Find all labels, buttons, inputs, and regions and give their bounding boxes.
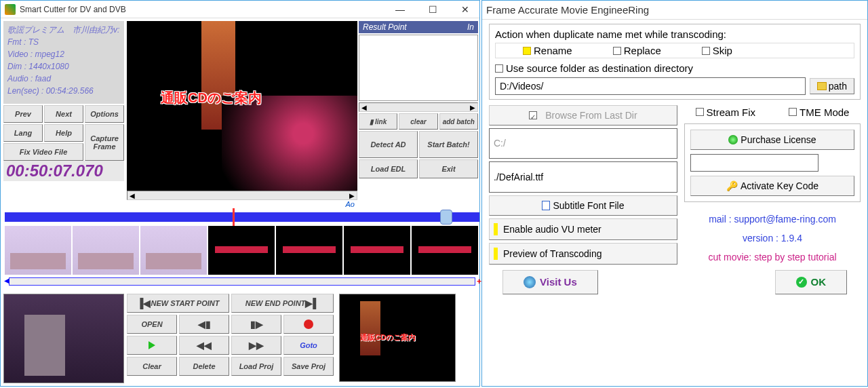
preview-small[interactable] (3, 294, 124, 383)
window-title-right: Frame Accurate Movie EngineeRing (486, 4, 863, 16)
step-back-button[interactable]: ◀▮ (179, 315, 229, 334)
license-key-input[interactable] (690, 154, 818, 172)
result-scrollbar[interactable]: ◀▶ (359, 102, 478, 112)
thumbnail[interactable] (344, 226, 410, 275)
dest-path-input[interactable] (495, 77, 806, 95)
visit-us-button[interactable]: Visit Us (502, 270, 598, 294)
lang-button[interactable]: Lang (3, 124, 43, 142)
thumbnail[interactable] (5, 226, 71, 275)
thumbnail-strip[interactable] (3, 225, 481, 276)
timeline-bar[interactable] (5, 212, 479, 222)
prev-button[interactable]: Prev (3, 105, 43, 123)
exit-button[interactable]: Exit (419, 159, 478, 178)
maximize-button[interactable]: ☐ (422, 4, 443, 15)
goto-button[interactable]: Goto (283, 336, 334, 355)
timeline-handle[interactable] (440, 210, 452, 225)
mail-link[interactable]: mail : support@fame-ring.com (684, 214, 861, 225)
options-button[interactable]: Options (85, 105, 124, 123)
clear2-button[interactable]: Clear (127, 357, 177, 376)
new-end-point-button[interactable]: NEW END POINT▶▌ (231, 294, 334, 313)
help-button[interactable]: Help (44, 124, 83, 142)
globe-icon (524, 276, 536, 288)
action-label: Action when duplicate name met while tra… (495, 28, 854, 40)
preview-scrollbar[interactable]: ◀▶ (127, 191, 357, 200)
load-proj-button[interactable]: Load Proj (231, 357, 281, 376)
version-label: version : 1.9.4 (684, 233, 861, 244)
preview-transcoding-button[interactable]: Preview of Transcoding (489, 243, 677, 265)
thumbnail[interactable] (73, 226, 139, 275)
forward-button[interactable]: ▶▶ (231, 336, 281, 355)
skip-radio[interactable]: Skip (702, 45, 732, 56)
detect-ad-button[interactable]: Detect AD (359, 131, 418, 158)
font-path-input[interactable] (489, 161, 677, 193)
tme-mode-checkbox[interactable]: TME Mode (789, 106, 849, 118)
result-header: Result PointIn (359, 21, 478, 33)
step-fwd-button[interactable]: ▮▶ (231, 315, 281, 334)
c-path-input[interactable] (489, 128, 677, 159)
play-button[interactable] (127, 336, 177, 355)
app-logo (5, 4, 16, 15)
record-button[interactable] (283, 315, 334, 334)
next-button[interactable]: Next (44, 105, 83, 123)
save-proj-button[interactable]: Save Proj (283, 357, 334, 376)
rename-radio[interactable]: Rename (523, 45, 572, 56)
ok-button[interactable]: ✓OK (775, 270, 848, 294)
ao-label: Ao (127, 200, 357, 208)
result-preview[interactable]: 通販CDのご案内 (339, 294, 456, 382)
replace-radio[interactable]: Replace (613, 45, 661, 56)
thumbnail[interactable] (140, 226, 207, 275)
track-ruler[interactable] (9, 277, 475, 286)
media-info-panel: 歌謡プレミアム 市川由紀乃v: Fmt : TS Video : mpeg12 … (3, 21, 124, 104)
enable-vu-button[interactable]: Enable audio VU meter (489, 218, 677, 240)
start-batch-button[interactable]: Start Batch! (419, 131, 478, 158)
fix-video-button[interactable]: Fix Video File (3, 143, 83, 161)
clear-button[interactable]: clear (399, 113, 437, 130)
activate-key-button[interactable]: 🔑Activate Key Code (690, 176, 854, 196)
tutorial-link[interactable]: cut movie: step by step tutorial (684, 252, 861, 263)
thumbnail[interactable] (208, 226, 275, 275)
link-button[interactable]: ▮link (359, 113, 397, 130)
thumbnail[interactable] (412, 226, 478, 275)
window-title-left: Smart Cutter for DV and DVB (20, 5, 390, 14)
result-list[interactable] (359, 35, 478, 101)
minimize-button[interactable]: — (390, 4, 410, 15)
purchase-license-button[interactable]: Purchase License (690, 130, 854, 150)
new-start-point-button[interactable]: ▐◀NEW START POINT (127, 294, 229, 313)
load-edl-button[interactable]: Load EDL (359, 159, 418, 178)
green-dot-icon (728, 135, 738, 144)
stream-fix-checkbox[interactable]: Stream Fix (696, 106, 756, 118)
delete-button[interactable]: Delete (179, 357, 229, 376)
use-source-checkbox[interactable]: Use source folder as destination directo… (495, 62, 693, 74)
rewind-button[interactable]: ◀◀ (179, 336, 229, 355)
folder-icon (817, 82, 827, 90)
main-preview[interactable]: 通販CDのご案内 (127, 21, 357, 191)
close-button[interactable]: ✕ (455, 4, 475, 15)
thumbnail[interactable] (276, 226, 342, 275)
timecode-display: 00:50:07.070 (3, 161, 124, 181)
subtitle-font-button[interactable]: Subtitle Font File (489, 195, 677, 216)
path-browse-button[interactable]: path (810, 78, 854, 94)
add-batch-button[interactable]: add batch (439, 113, 478, 130)
capture-frame-button[interactable]: Capture Frame (85, 124, 124, 161)
open-button[interactable]: OPEN (127, 315, 177, 334)
document-icon (542, 201, 550, 210)
browse-last-dir-checkbox[interactable]: Browse From Last Dir (489, 105, 677, 125)
key-icon: 🔑 (726, 180, 738, 191)
check-icon: ✓ (796, 277, 807, 288)
